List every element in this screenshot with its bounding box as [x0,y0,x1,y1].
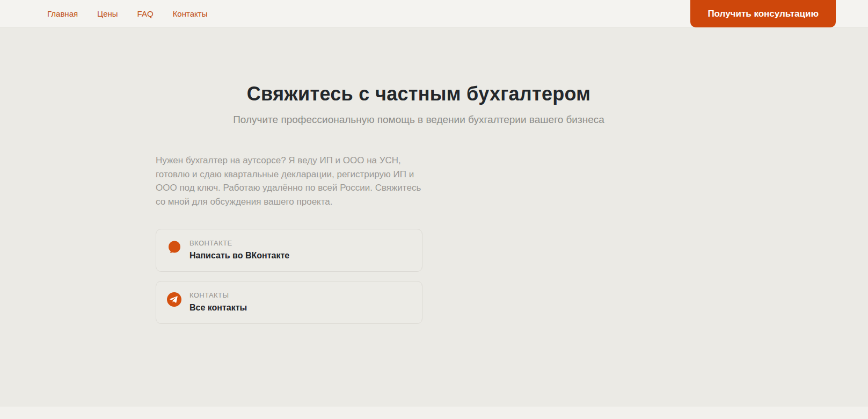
contact-card-vk[interactable]: ВКОНТАКТЕ Написать во ВКонтакте [156,229,422,272]
contact-column: Нужен бухгалтер на аутсорсе? Я веду ИП и… [156,154,422,324]
consultation-button[interactable]: Получить консультацию [690,0,836,27]
hero-section: Свяжитесь с частным бухгалтером Получите… [0,27,868,407]
nav-link-prices[interactable]: Цены [97,9,118,18]
card-label: КОНТАКТЫ [189,291,247,299]
vk-bubble-icon [167,240,181,255]
main-nav: Главная Цены FAQ Контакты [47,9,207,18]
page-subtitle: Получите профессиональную помощь в веден… [156,114,682,126]
card-text: КОНТАКТЫ Все контакты [189,291,247,313]
nav-link-home[interactable]: Главная [47,9,78,18]
card-title: Все контакты [189,303,247,313]
nav-link-faq[interactable]: FAQ [137,9,154,18]
telegram-send-icon [167,292,181,307]
contact-card-contacts[interactable]: КОНТАКТЫ Все контакты [156,281,422,324]
nav-link-contacts[interactable]: Контакты [173,9,208,18]
intro-text: Нужен бухгалтер на аутсорсе? Я веду ИП и… [156,154,422,208]
hero-container: Свяжитесь с частным бухгалтером Получите… [156,27,682,324]
header: Главная Цены FAQ Контакты Получить консу… [0,0,868,27]
page-title: Свяжитесь с частным бухгалтером [156,27,682,105]
contact-cards: ВКОНТАКТЕ Написать во ВКонтакте КОНТАКТЫ… [156,229,422,324]
card-title: Написать во ВКонтакте [189,251,289,261]
next-section-strip [0,407,868,419]
card-label: ВКОНТАКТЕ [189,239,289,247]
card-text: ВКОНТАКТЕ Написать во ВКонтакте [189,239,289,261]
